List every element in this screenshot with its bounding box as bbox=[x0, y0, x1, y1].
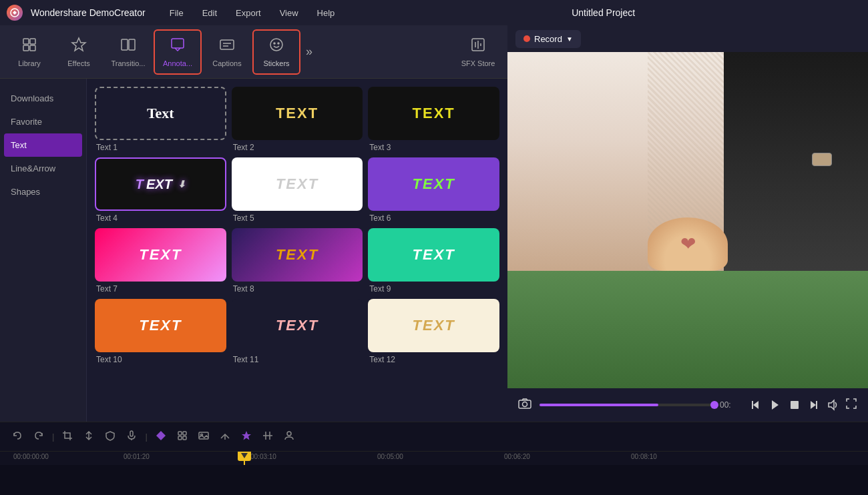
sidebar-item-downloads[interactable]: Downloads bbox=[0, 87, 86, 110]
diamond1-button[interactable] bbox=[152, 428, 170, 446]
toolbar-sfx[interactable]: SFX Store bbox=[454, 29, 502, 75]
volume-button[interactable] bbox=[823, 396, 843, 414]
text-thumbnail-12[interactable]: TEXT bbox=[368, 299, 499, 352]
sidebar-item-text[interactable]: Text bbox=[4, 133, 82, 157]
image-button[interactable] bbox=[194, 428, 213, 446]
undo-button[interactable] bbox=[8, 428, 27, 446]
svg-marker-22 bbox=[811, 401, 816, 409]
app-logo bbox=[7, 5, 23, 21]
thumb-text-2: TEXT bbox=[276, 105, 318, 122]
preview-area: ❤ bbox=[507, 52, 868, 388]
fullscreen-button[interactable] bbox=[843, 395, 860, 415]
text-thumbnail-7[interactable]: TEXT bbox=[95, 228, 226, 282]
svg-rect-4 bbox=[30, 45, 35, 51]
ruler-mark-5: 00:08:10 bbox=[631, 453, 657, 460]
mic-button[interactable] bbox=[122, 428, 141, 446]
side-nav: Downloads Favorite Text Line&Arrow Shape… bbox=[0, 79, 87, 422]
timeline-playhead[interactable] bbox=[244, 452, 245, 465]
thumb-text-7: TEXT bbox=[139, 246, 182, 264]
record-dropdown-icon: ▼ bbox=[566, 35, 573, 43]
list-item[interactable]: TEXT Text 3 bbox=[368, 87, 499, 152]
toolbar-library[interactable]: Library bbox=[5, 29, 53, 75]
text-label-3: Text 3 bbox=[368, 143, 499, 152]
playhead-handle[interactable] bbox=[238, 452, 251, 461]
menu-file[interactable]: File bbox=[162, 5, 192, 21]
svg-marker-5 bbox=[72, 38, 85, 51]
text-thumbnail-10[interactable]: TEXT bbox=[95, 299, 226, 352]
next-frame-button[interactable] bbox=[804, 397, 823, 413]
list-item[interactable]: TEXT Text 8 bbox=[232, 228, 363, 294]
list-item[interactable]: TEXT Text 5 bbox=[232, 157, 363, 223]
thumb-text-3: TEXT bbox=[413, 105, 455, 122]
toolbar-more[interactable]: » bbox=[302, 45, 316, 59]
svg-rect-2 bbox=[30, 39, 35, 44]
list-item[interactable]: TEXT ⬇ Text 4 bbox=[95, 157, 226, 223]
prev-frame-button[interactable] bbox=[746, 397, 765, 413]
captions-icon bbox=[219, 37, 235, 57]
sidebar-item-line-arrow[interactable]: Line&Arrow bbox=[0, 157, 86, 180]
text-thumbnail-3[interactable]: TEXT bbox=[368, 87, 499, 140]
text-thumbnail-9[interactable]: TEXT bbox=[368, 228, 499, 282]
trim-button[interactable] bbox=[258, 428, 277, 446]
screenshot-button[interactable] bbox=[515, 396, 534, 415]
svg-point-17 bbox=[523, 402, 527, 406]
list-item[interactable]: TEXT Text 6 bbox=[368, 157, 499, 223]
list-item[interactable]: Text Text 1 bbox=[95, 87, 226, 152]
main-content: Library Effects Transitio... bbox=[0, 25, 868, 422]
menu-export[interactable]: Export bbox=[228, 5, 269, 21]
menu-help[interactable]: Help bbox=[309, 5, 343, 21]
list-item[interactable]: TEXT Text 12 bbox=[368, 299, 499, 364]
progress-bar[interactable] bbox=[539, 404, 714, 406]
svg-rect-7 bbox=[129, 39, 135, 50]
text-thumbnail-1[interactable]: Text bbox=[95, 87, 226, 140]
menu-edit[interactable]: Edit bbox=[194, 5, 225, 21]
stop-button[interactable] bbox=[785, 397, 804, 413]
shield-button[interactable] bbox=[101, 428, 120, 446]
toolbar-effects[interactable]: Effects bbox=[55, 29, 103, 75]
menu-view[interactable]: View bbox=[272, 5, 306, 21]
svg-rect-29 bbox=[178, 436, 182, 440]
list-item[interactable]: TEXT Text 7 bbox=[95, 228, 226, 294]
toolbar-captions[interactable]: Captions bbox=[203, 29, 251, 75]
list-item[interactable]: TEXT Text 2 bbox=[232, 87, 363, 152]
record-button[interactable]: Record ▼ bbox=[515, 30, 581, 48]
progress-handle[interactable] bbox=[710, 401, 718, 409]
toolbar-transitions[interactable]: Transitio... bbox=[104, 29, 152, 75]
text-thumbnail-2[interactable]: TEXT bbox=[232, 87, 363, 140]
user-button[interactable] bbox=[280, 428, 298, 446]
ruler-mark-3: 00:05:00 bbox=[377, 453, 403, 460]
svg-rect-9 bbox=[220, 40, 234, 49]
thumb-text-12: TEXT bbox=[413, 317, 455, 334]
svg-rect-28 bbox=[183, 432, 186, 435]
toolbar-stickers[interactable]: Stickers bbox=[252, 29, 300, 75]
menu-bar: Wondershare DemoCreator File Edit Export… bbox=[0, 0, 868, 25]
sticker-button[interactable] bbox=[237, 428, 256, 446]
outdoor-bg bbox=[507, 271, 868, 388]
toolbar-annotations[interactable]: Annota... bbox=[154, 29, 202, 75]
text-thumbnail-8[interactable]: TEXT bbox=[232, 228, 363, 282]
thumb-text-5: TEXT bbox=[276, 175, 318, 193]
stickers-icon bbox=[268, 37, 284, 57]
text-thumbnail-6[interactable]: TEXT bbox=[368, 157, 499, 211]
library-icon bbox=[21, 37, 37, 57]
play-button[interactable] bbox=[765, 396, 785, 414]
svg-rect-3 bbox=[23, 45, 29, 51]
text-thumbnail-5[interactable]: TEXT bbox=[232, 157, 363, 211]
text-thumbnail-4[interactable]: TEXT ⬇ bbox=[95, 157, 226, 211]
crop-button[interactable] bbox=[58, 428, 77, 446]
list-item[interactable]: TEXT Text 9 bbox=[368, 228, 499, 294]
split-button[interactable] bbox=[79, 428, 98, 446]
forward-button[interactable] bbox=[216, 428, 234, 446]
redo-button[interactable] bbox=[29, 428, 48, 446]
list-item[interactable]: TEXT Text 10 bbox=[95, 299, 226, 364]
sidebar-item-favorite[interactable]: Favorite bbox=[0, 110, 86, 133]
svg-rect-25 bbox=[130, 431, 133, 436]
group-button[interactable] bbox=[173, 428, 192, 446]
sidebar-item-shapes[interactable]: Shapes bbox=[0, 180, 86, 203]
timeline-divider-1: | bbox=[51, 432, 55, 442]
app-name: Wondershare DemoCreator bbox=[31, 7, 146, 18]
list-item[interactable]: TEXT Text 11 bbox=[232, 299, 363, 364]
text-thumbnail-11[interactable]: TEXT bbox=[232, 299, 363, 352]
timeline-track: 00:00:00:00 00:01:20 00:03:10 00:05:00 0… bbox=[0, 452, 868, 495]
panel-body: Downloads Favorite Text Line&Arrow Shape… bbox=[0, 79, 507, 422]
